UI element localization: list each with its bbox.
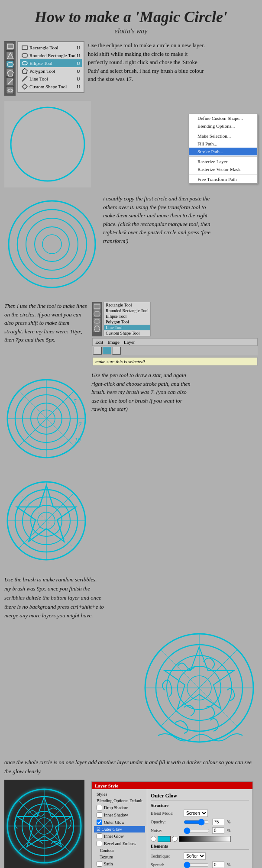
noise-input[interactable] xyxy=(212,827,224,834)
sidebar-bevel[interactable]: Bevel and Emboss xyxy=(94,840,145,847)
menu-layer[interactable]: Layer xyxy=(124,339,135,345)
ps-icon-2[interactable] xyxy=(6,52,14,59)
step3-toolpanel: Rectangle Tool Rounded Rectangle Tool El… xyxy=(92,302,258,336)
ctx-rasterize-vector[interactable]: Rasterize Vector Mask xyxy=(189,165,257,173)
step3-tool-ellipse[interactable]: Ellipse Tool xyxy=(104,313,150,319)
sidebar-texture[interactable]: Texture xyxy=(94,854,145,860)
dialog-main: Outer Glow Structure Blend Mode: Screen … xyxy=(147,789,252,868)
blend-mode-select[interactable]: Screen xyxy=(184,810,208,817)
spread-label: Spread: xyxy=(151,862,181,867)
color-radio[interactable] xyxy=(151,836,156,842)
circle-with-lines-area: 5 7 10 xyxy=(4,371,89,468)
tool-line[interactable]: Line Tool U xyxy=(20,75,82,83)
step3-tb-2[interactable] xyxy=(112,347,121,355)
step3-tool-polygon[interactable]: Polygon Tool xyxy=(104,319,150,325)
svg-marker-21 xyxy=(94,326,100,332)
tool-ellipse[interactable]: Ellipse Tool U xyxy=(20,59,82,67)
dialog-structure-title: Structure xyxy=(151,803,249,809)
circle-star-svg xyxy=(4,473,89,568)
glow-color-swatch[interactable] xyxy=(158,836,171,842)
opacity-input[interactable] xyxy=(212,819,224,825)
color-row xyxy=(151,836,249,842)
ps-sidebar-icons xyxy=(4,41,16,96)
technique-label: Technique: xyxy=(151,854,181,858)
svg-point-7 xyxy=(22,61,27,65)
ctx-define-custom[interactable]: Define Custom Shape... xyxy=(189,114,257,122)
step3-tool-list: Rectangle Tool Rounded Rectangle Tool El… xyxy=(104,302,151,336)
ctx-make-selection[interactable]: Make Selection... xyxy=(189,132,257,140)
step3-icon-4[interactable] xyxy=(94,325,100,332)
step3-menu-bar: Edit Image Layer xyxy=(92,338,258,346)
svg-line-9 xyxy=(22,76,27,81)
dialog-header: Layer Style xyxy=(92,782,252,789)
step3-step4-visual: 5 7 10 Use the pen tool to draw a star, … xyxy=(0,368,262,471)
menu-image[interactable]: Image xyxy=(107,339,119,345)
ps-icon-5[interactable] xyxy=(6,86,14,94)
opacity-row: Opacity: % xyxy=(151,819,249,826)
ctx-fill-path[interactable]: Fill Path... xyxy=(189,140,257,148)
tool-rectangle[interactable]: Rectangle Tool U xyxy=(20,44,82,52)
sidebar-styles[interactable]: Styles xyxy=(94,791,145,797)
gradient-radio[interactable] xyxy=(172,836,178,842)
step5-section: Use the brush to make random scribbles. … xyxy=(0,573,262,623)
ctx-blending[interactable]: Blending Options... xyxy=(189,122,257,130)
circle-star-area xyxy=(4,473,89,570)
svg-point-2 xyxy=(7,62,13,67)
sidebar-inner-shadow[interactable]: Inner Shadow xyxy=(94,811,145,819)
ps-icon-4[interactable] xyxy=(6,77,14,85)
sidebar-satin[interactable]: Satin xyxy=(94,860,145,868)
step3-tool-rrect[interactable]: Rounded Rectangle Tool xyxy=(104,308,150,313)
step3-tool-line[interactable]: Line Tool xyxy=(104,325,150,330)
ps-icon-1[interactable] xyxy=(6,43,14,51)
step3-icon-1[interactable] xyxy=(94,303,100,310)
sidebar-drop-shadow[interactable]: Drop Shadow xyxy=(94,804,145,811)
step5-text: Use the brush to make random scribbles. … xyxy=(4,575,104,620)
svg-rect-6 xyxy=(22,54,27,57)
step3-tool-custom[interactable]: Custom Shape Tool xyxy=(104,330,150,336)
svg-rect-10 xyxy=(4,101,91,187)
sidebar-outer-glow-active[interactable]: ☑ Outer Glow xyxy=(94,826,145,833)
step3-right: Rectangle Tool Rounded Rectangle Tool El… xyxy=(92,302,258,366)
sidebar-outer-glow[interactable]: Outer Glow xyxy=(94,819,145,826)
step2-text: i usually copy the first circle and then… xyxy=(103,194,211,245)
spread-slider[interactable] xyxy=(184,862,210,868)
spread-input[interactable] xyxy=(212,862,224,868)
step1-circle-area xyxy=(4,101,91,189)
sidebar-inner-glow[interactable]: Inner Glow xyxy=(94,833,145,840)
ctx-divider2 xyxy=(189,156,257,157)
spread-row: Spread: % xyxy=(151,862,249,868)
ctx-free-transform[interactable]: Free Transform Path xyxy=(189,175,257,183)
svg-line-4 xyxy=(8,79,13,84)
tool-rounded-rect[interactable]: Rounded Rectangle Tool U xyxy=(20,52,82,59)
step3-icon-3[interactable] xyxy=(94,318,100,325)
tool-polygon[interactable]: Polygon Tool U xyxy=(20,67,82,75)
scribble-circle-svg xyxy=(141,623,258,753)
noise-slider[interactable] xyxy=(184,827,210,834)
step3-tb-selected[interactable] xyxy=(103,347,111,355)
technique-select[interactable]: Softer xyxy=(184,852,206,860)
svg-marker-3 xyxy=(7,70,13,76)
svg-text:5: 5 xyxy=(74,398,77,405)
concentric-circles-svg xyxy=(4,194,100,294)
svg-marker-8 xyxy=(22,68,27,74)
opacity-slider[interactable] xyxy=(184,819,210,826)
sidebar-contour[interactable]: Contour xyxy=(94,847,145,854)
svg-rect-19 xyxy=(94,312,100,316)
ctx-stroke-path[interactable]: Stroke Path... xyxy=(189,148,257,155)
step1-text: Use the eclipse tool to make a circle on… xyxy=(88,41,205,84)
sidebar-blending[interactable]: Blending Options: Default xyxy=(94,797,145,804)
ps-icon-ellipse[interactable] xyxy=(6,60,14,68)
opacity-label: Opacity: xyxy=(151,820,181,824)
menu-edit[interactable]: Edit xyxy=(95,339,103,345)
step3-tb-1[interactable] xyxy=(93,347,102,355)
page-title: How to make a 'Magic Circle' xyxy=(4,8,258,26)
ctx-rasterize[interactable]: Rasterize Layer xyxy=(189,158,257,165)
svg-text:7: 7 xyxy=(78,421,82,429)
tool-custom-shape[interactable]: Custom Shape Tool U xyxy=(20,83,82,90)
step3-tool-rect[interactable]: Rectangle Tool xyxy=(104,302,150,308)
step3-icon-2[interactable] xyxy=(94,310,100,317)
gradient-bar[interactable] xyxy=(179,836,231,842)
circle-lines-svg: 5 7 10 xyxy=(4,371,89,466)
ps-icon-3[interactable] xyxy=(6,69,14,77)
step5-visual xyxy=(0,623,262,756)
